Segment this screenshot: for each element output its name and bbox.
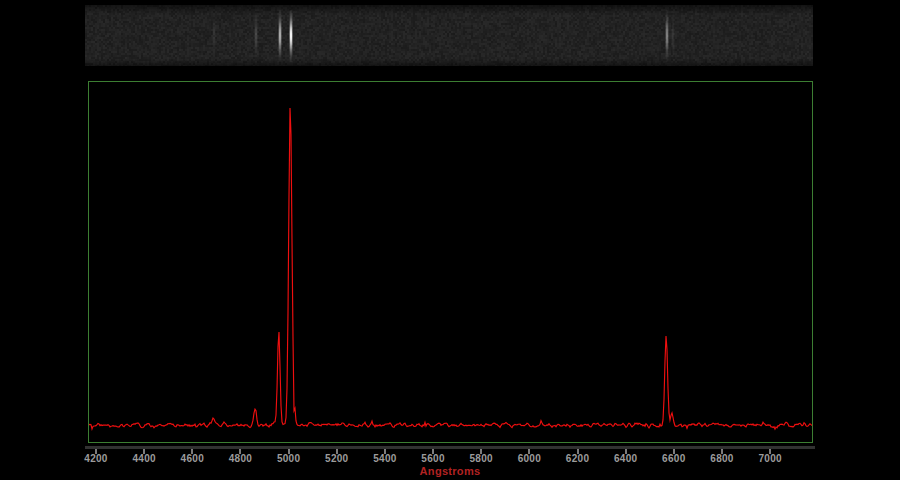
x-tick-label: 4800 bbox=[229, 453, 252, 464]
x-tick-label: 7000 bbox=[758, 453, 781, 464]
x-tick-label: 6400 bbox=[614, 453, 637, 464]
x-tick-label: 6000 bbox=[518, 453, 541, 464]
x-tick-label: 5200 bbox=[325, 453, 348, 464]
x-tick-label: 6600 bbox=[662, 453, 685, 464]
2d-spectrum-strip bbox=[85, 5, 813, 66]
x-axis-label: Angstroms bbox=[420, 465, 481, 477]
1d-spectrum-canvas bbox=[89, 82, 812, 442]
x-tick-label: 6200 bbox=[566, 453, 589, 464]
spectrum-viewer-window: 4200440046004800500052005400560058006000… bbox=[0, 0, 900, 480]
x-tick-label: 4400 bbox=[132, 453, 155, 464]
x-axis-line bbox=[85, 446, 815, 449]
1d-spectrum-plot-frame bbox=[88, 81, 813, 443]
x-tick-label: 6800 bbox=[710, 453, 733, 464]
x-tick-label: 5400 bbox=[373, 453, 396, 464]
x-tick-label: 4200 bbox=[84, 453, 107, 464]
x-tick-label: 4600 bbox=[181, 453, 204, 464]
x-tick-label: 5600 bbox=[421, 453, 444, 464]
x-tick-label: 5000 bbox=[277, 453, 300, 464]
x-tick-label: 5800 bbox=[469, 453, 492, 464]
